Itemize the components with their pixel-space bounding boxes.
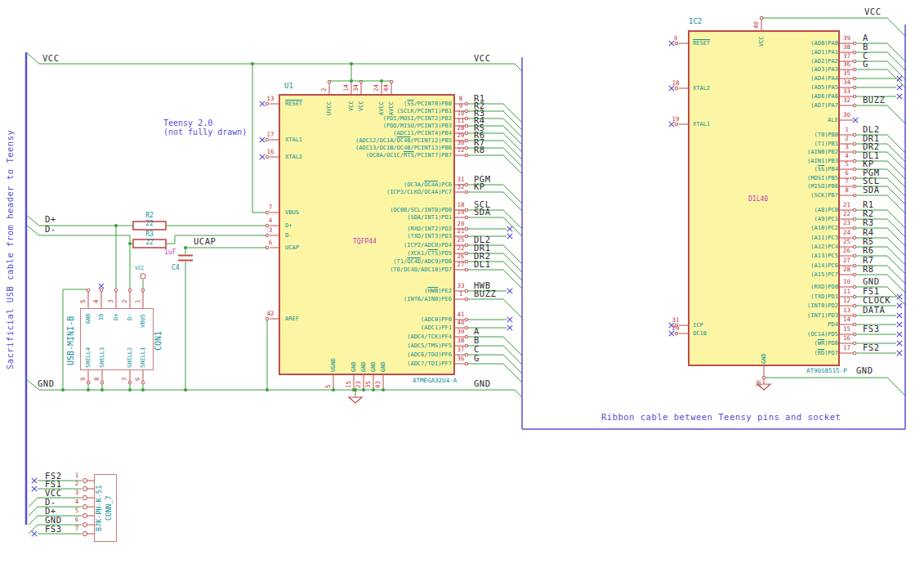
net-label[interactable]: KP [474,182,485,191]
r3-value[interactable]: 22 [133,239,166,246]
net-label[interactable]: R8 [863,265,874,274]
net-label[interactable]: FS1 [863,287,879,296]
pin-end-circle [853,285,856,289]
pin-end-circle [266,102,269,105]
vcc-power-flag-label[interactable]: VCC [135,266,145,271]
net-label[interactable]: R3 [863,218,874,227]
wire-segment [503,299,522,318]
net-label[interactable]: SDA [863,186,879,195]
usb-reference[interactable]: CON1 [154,331,163,351]
net-label[interactable]: A [863,34,868,43]
net-label[interactable]: R8 [474,145,485,154]
pin-number: 24 [841,230,853,236]
wire-segment [887,256,905,274]
net-label[interactable]: BUZZ [863,96,885,105]
net-label[interactable]: B [474,336,480,345]
pin-end-circle [675,332,678,335]
net-label[interactable]: G [863,60,868,69]
wire-segment [26,225,39,235]
net-label[interactable]: D- [45,498,56,507]
ic2-reference[interactable]: IC2 [689,18,702,25]
usb-value[interactable]: USB-MINI-B [67,316,75,365]
pin-name: (MOSI)PB5 [807,176,838,181]
pin-number: 27 [455,262,466,268]
junction-dot [61,388,65,392]
r2-value[interactable]: 22 [133,221,166,227]
pin-number: 4 [93,299,100,303]
net-label-ucap[interactable]: UCAP [194,237,216,246]
ic2-part-name[interactable]: AT90S8515-P [806,368,847,374]
wire-segment [503,141,522,159]
net-label-vcc-left[interactable]: VCC [42,54,59,63]
pin-number: 25 [841,239,853,245]
pin-number: 12 [841,298,853,304]
net-label-vcc-mid[interactable]: VCC [474,54,490,63]
pin-name: (A8)PC0 [814,208,838,213]
pin-end-circle [465,362,468,365]
u1-value[interactable]: TQFP44 [353,239,377,245]
net-label-dminus[interactable]: D- [45,225,56,234]
net-label[interactable]: SDA [474,208,490,217]
net-label[interactable]: R6 [863,246,874,255]
net-label[interactable]: R2 [863,209,874,218]
pin-number: 33 [455,283,466,289]
pin-number: 1 [841,127,853,133]
pin-number: 23 [355,381,362,388]
net-label[interactable]: B [863,43,868,51]
net-label-vcc-ic2[interactable]: VCC [864,7,881,16]
net-label[interactable]: DL2 [863,125,879,134]
pin-number: 38 [841,44,853,51]
wire-segment [503,270,522,289]
net-label[interactable]: FS3 [45,525,61,534]
net-label[interactable]: GND [863,277,879,286]
pin-end-circle [853,208,856,212]
wire-segment [887,135,905,153]
net-label[interactable]: DR2 [863,142,879,151]
pin-name: AREF [285,316,299,322]
net-label[interactable]: FS3 [863,325,879,333]
u1-reference[interactable]: U1 [284,83,293,90]
c4-value[interactable]: 1uF [164,249,176,256]
net-label-gnd-ic2[interactable]: GND [856,366,873,375]
net-label[interactable]: FS1 [45,480,61,489]
net-label[interactable]: D+ [45,507,56,516]
net-label[interactable]: G [474,354,480,363]
pin-end-circle [853,60,856,63]
net-label[interactable]: VCC [45,489,61,498]
net-label[interactable]: FS2 [863,343,879,352]
wire-segment [26,52,39,64]
net-label-gnd-left[interactable]: GND [38,379,54,388]
net-label[interactable]: R7 [863,256,874,265]
pin-number: 32 [841,97,853,104]
pin-name: (AD0)PA0 [810,41,838,47]
net-label[interactable]: A [474,327,480,336]
conn7-value[interactable]: B7K-PH-K-S1 [96,486,103,531]
net-label[interactable]: KP [863,159,874,168]
pin-number: 37 [841,53,853,60]
net-label[interactable]: R1 [863,200,874,209]
net-label-gnd-mid[interactable]: GND [474,379,490,388]
r3-reference[interactable]: R3 [133,231,166,238]
net-label[interactable]: CLOCK [863,296,891,305]
net-label-dplus[interactable]: D+ [45,215,56,224]
net-label[interactable]: C [474,345,480,354]
net-label[interactable]: BUZZ [474,289,496,298]
ic2-value[interactable]: DIL40 [748,196,768,203]
net-label[interactable]: DATA [863,306,885,315]
pin-number: 9 [80,377,87,381]
c4-reference[interactable]: C4 [172,265,180,271]
wire-segment [503,364,522,383]
net-label[interactable]: R5 [863,237,874,246]
u1-part-name[interactable]: ATMEGA32U4-A [413,378,457,384]
net-label[interactable]: R4 [863,228,874,237]
conn7-reference[interactable]: CONN_7 [105,495,113,521]
net-label[interactable]: SCL [863,177,879,186]
net-label[interactable]: GND [45,516,61,525]
pin-name: (TXD/INT3)PD3 [407,234,452,239]
net-label[interactable]: DL1 [474,260,490,269]
pin-name: XTAL1 [285,137,302,143]
pin-name: (INT0)PD2 [807,303,838,309]
r2-reference[interactable]: R2 [133,213,166,219]
pin-end-circle [83,522,87,526]
pin-name: VCC [359,101,364,112]
